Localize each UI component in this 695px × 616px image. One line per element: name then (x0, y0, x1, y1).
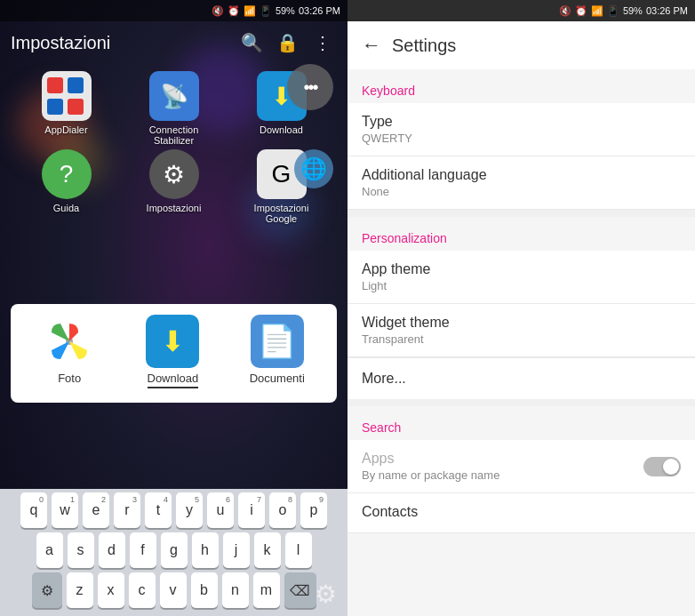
settings-item-apps[interactable]: Apps By name or package name (348, 440, 695, 493)
key-l[interactable]: l (285, 532, 312, 568)
settings-title: Settings (392, 36, 456, 56)
key-row-3: ⚙ z x c v b n m ⌫ (4, 572, 344, 608)
mute-icon: 🔇 (212, 5, 224, 17)
picker-item-download[interactable]: ⬇ Download (146, 315, 199, 388)
key-u[interactable]: u6 (207, 492, 234, 528)
key-x[interactable]: x (98, 572, 124, 608)
app-item-guida[interactable]: ? Guida (14, 149, 118, 224)
key-d[interactable]: d (99, 532, 125, 568)
personalization-section-header: Personalization (348, 217, 695, 251)
download-picker-icon: ⬇ (146, 315, 199, 368)
key-o[interactable]: o8 (269, 492, 296, 528)
lock-button[interactable]: 🔒 (273, 28, 301, 57)
globe-icon[interactable]: 🌐 (294, 149, 333, 188)
widget-theme-title: Widget theme (362, 315, 681, 331)
key-c[interactable]: c (129, 572, 156, 608)
time-right: 03:26 PM (646, 5, 688, 16)
signal-icon: 📱 (260, 5, 272, 17)
key-a[interactable]: a (36, 532, 63, 568)
key-y[interactable]: y5 (176, 492, 203, 528)
picker-item-documenti[interactable]: 📄 Documenti (250, 315, 305, 388)
key-h[interactable]: h (192, 532, 219, 568)
settings-content: Keyboard Type QWERTY Additional language… (348, 69, 695, 616)
settings-item-widget-theme[interactable]: Widget theme Transparent (348, 304, 695, 357)
signal-icon-right: 📱 (607, 5, 619, 17)
wifi-icon: 📶 (244, 5, 256, 17)
key-n[interactable]: n (222, 572, 249, 608)
key-settings[interactable]: ⚙ (32, 572, 62, 608)
wifi-icon-right: 📶 (591, 5, 603, 17)
key-f[interactable]: f (130, 532, 156, 568)
app-item-connection[interactable]: 📡 ConnectionStabilizer (122, 71, 226, 146)
additional-language-subtitle: None (362, 185, 681, 198)
more-button[interactable]: ⋮ (308, 28, 337, 57)
google-label: ImpostazioniGoogle (254, 203, 309, 224)
apps-title: Apps (362, 451, 499, 467)
key-g[interactable]: g (161, 532, 188, 568)
dl-arrow: ⬇ (161, 324, 185, 358)
key-row-2: a s d f g h j k l (4, 532, 344, 568)
documenti-icon: 📄 (251, 315, 304, 368)
left-panel: 🔇 ⏰ 📶 📱 59% 03:26 PM Impostazioni 🔍 🔒 ⋮ … (0, 0, 348, 616)
key-j[interactable]: j (223, 532, 250, 568)
connection-icon: 📡 (149, 71, 199, 121)
back-button[interactable]: ← (362, 34, 381, 57)
bottom-settings-icon[interactable]: ⚙ (315, 580, 337, 609)
search-button[interactable]: 🔍 (237, 28, 266, 57)
key-r[interactable]: r3 (114, 492, 140, 528)
app-title-left: Impostazioni (11, 33, 230, 53)
app-item-appdialer[interactable]: AppDialer (14, 71, 118, 146)
apps-row: Apps By name or package name (362, 451, 681, 482)
foto-icon (43, 315, 96, 368)
widget-theme-subtitle: Transparent (362, 332, 681, 346)
more-item[interactable]: More... (348, 357, 695, 399)
app-theme-subtitle: Light (362, 279, 681, 292)
right-panel: 🔇 ⏰ 📶 📱 59% 03:26 PM ← Settings Keyboard… (348, 0, 695, 616)
status-bar-right: 🔇 ⏰ 📶 📱 59% 03:26 PM (348, 0, 695, 21)
keyboard: q0 w1 e2 r3 t4 y5 u6 i7 o8 p9 a s d f g … (0, 489, 348, 616)
chat-bubble[interactable]: ••• (287, 64, 333, 110)
divider-2 (348, 399, 695, 406)
key-t[interactable]: t4 (145, 492, 172, 528)
battery-right: 59% (623, 5, 643, 16)
key-w[interactable]: w1 (52, 492, 78, 528)
key-m[interactable]: m (253, 572, 280, 608)
appdialer-icon (42, 71, 92, 121)
key-row-1: q0 w1 e2 r3 t4 y5 u6 i7 o8 p9 (4, 492, 344, 528)
download-picker-label: Download (148, 372, 199, 388)
type-title: Type (362, 114, 681, 130)
apps-text-group: Apps By name or package name (362, 451, 499, 482)
chat-dots: ••• (303, 77, 316, 98)
app-item-impostazioni[interactable]: ⚙ Impostazioni (122, 149, 226, 224)
alarm-icon: ⏰ (228, 5, 240, 17)
key-backspace[interactable]: ⌫ (284, 572, 316, 608)
additional-language-title: Additional language (362, 167, 681, 183)
type-subtitle: QWERTY (362, 132, 681, 145)
guida-label: Guida (53, 203, 79, 213)
download-label: Download (260, 124, 303, 135)
key-p[interactable]: p9 (300, 492, 327, 528)
settings-header: ← Settings (348, 21, 695, 69)
key-v[interactable]: v (160, 572, 187, 608)
settings-item-additional-language[interactable]: Additional language None (348, 156, 695, 210)
key-z[interactable]: z (67, 572, 93, 608)
apps-toggle[interactable] (643, 457, 681, 476)
picker-item-foto[interactable]: Foto (43, 315, 96, 388)
settings-item-contacts[interactable]: Contacts (348, 493, 695, 533)
status-bar-left: 🔇 ⏰ 📶 📱 59% 03:26 PM (0, 0, 348, 21)
picker-row: Foto ⬇ Download 📄 Documenti (18, 315, 330, 388)
settings-item-app-theme[interactable]: App theme Light (348, 251, 695, 304)
key-e[interactable]: e2 (83, 492, 109, 528)
doc-icon-inner: 📄 (257, 323, 297, 360)
key-k[interactable]: k (254, 532, 281, 568)
divider-1 (348, 210, 695, 217)
guida-icon: ? (42, 149, 92, 199)
settings-item-type[interactable]: Type QWERTY (348, 103, 695, 156)
battery-left: 59% (276, 5, 295, 16)
key-b[interactable]: b (191, 572, 218, 608)
foto-label: Foto (58, 372, 81, 385)
key-s[interactable]: s (68, 532, 94, 568)
key-i[interactable]: i7 (238, 492, 265, 528)
alarm-icon-right: ⏰ (575, 5, 587, 17)
key-q[interactable]: q0 (20, 492, 47, 528)
